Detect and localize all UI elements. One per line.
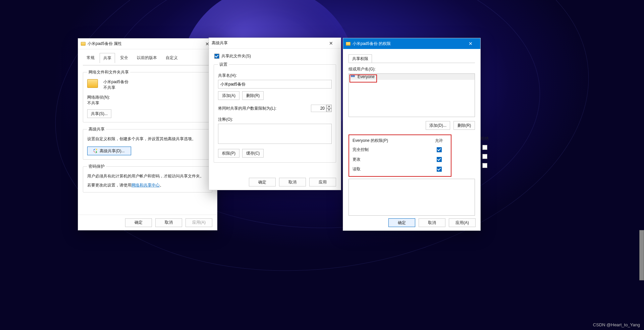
- ok-button[interactable]: 确定: [249, 178, 276, 186]
- tab-general[interactable]: 常规: [83, 53, 98, 63]
- permissions-dialog: 小米pad5备份 的权限 ✕ 共享权限 组或用户名(G): Everyone 添…: [343, 38, 481, 231]
- users-icon: [350, 75, 356, 79]
- folder-icon: [81, 42, 86, 46]
- tab-security[interactable]: 安全: [116, 53, 132, 63]
- allow-full-control-checkbox[interactable]: [437, 147, 442, 152]
- ok-button[interactable]: 确定: [125, 218, 152, 227]
- sharename-input[interactable]: [218, 80, 332, 89]
- comment-textarea[interactable]: [218, 124, 332, 144]
- sharename-label: 共享名(H):: [218, 73, 332, 78]
- user-item-label: Everyone: [358, 74, 375, 79]
- tab-customize[interactable]: 自定义: [162, 53, 181, 63]
- share-folder-checkbox[interactable]: [214, 54, 219, 59]
- spinner-down-icon[interactable]: ▼: [326, 108, 332, 112]
- netpath-value: 不共享: [87, 100, 208, 106]
- folder-icon: [346, 42, 351, 46]
- deny-change-checkbox[interactable]: [482, 154, 487, 159]
- folder-large-icon: [87, 79, 98, 88]
- advanced-share-group: 高级共享 设置自定义权限，创建多个共享，并设置其他高级共享选项。 高级共享(D)…: [83, 126, 212, 160]
- apply-button[interactable]: 应用(A): [185, 218, 212, 227]
- user-limit-input[interactable]: [311, 105, 326, 112]
- user-limit-label: 将同时共享的用户数量限制为(L):: [218, 106, 276, 111]
- password-line1: 用户必须具有此计算机的用户帐户和密码，才能访问共享文件夹。: [87, 173, 208, 179]
- close-icon[interactable]: ✕: [324, 38, 338, 48]
- network-share-legend: 网络文件和文件夹共享: [87, 69, 130, 75]
- settings-legend: 设置: [218, 62, 229, 67]
- user-limit-spinner[interactable]: ▲ ▼: [311, 105, 332, 112]
- permissions-tab[interactable]: 共享权限: [348, 54, 372, 63]
- apply-button[interactable]: 应用(A): [449, 218, 476, 227]
- advanced-share-button-label: 高级共享(D)...: [100, 148, 125, 154]
- column-deny: 拒绝: [476, 136, 493, 142]
- advanced-sharing-dialog: 高级共享 ✕ 共享此文件夹(S) 设置 共享名(H): 添加(A) 删除(R) …: [209, 38, 341, 190]
- remove-user-button[interactable]: 删除(R): [453, 121, 475, 130]
- properties-titlebar[interactable]: 小米pad5备份 属性 ✕: [78, 39, 217, 49]
- close-icon[interactable]: ✕: [464, 39, 478, 49]
- perm-row-read: 读取: [351, 164, 449, 174]
- allow-highlight-annotation: Everyone 的权限(P) 允许 完全控制 更改 读取: [348, 134, 451, 177]
- allow-change-checkbox[interactable]: [437, 157, 442, 162]
- deny-full-control-checkbox[interactable]: [482, 145, 487, 150]
- shield-icon: [94, 149, 98, 153]
- share-folder-label: 共享此文件夹(S): [221, 53, 251, 59]
- cancel-button[interactable]: 取消: [419, 218, 445, 227]
- caching-button[interactable]: 缓存(C): [242, 149, 264, 158]
- perm-name: 更改: [353, 157, 414, 162]
- permissions-title: 小米pad5备份 的权限: [353, 41, 391, 47]
- deny-column: 拒绝: [458, 134, 475, 177]
- password-line2-pre: 若要更改此设置，请使用: [87, 183, 131, 187]
- column-allow: 允许: [431, 138, 447, 144]
- shared-folder-name: 小米pad5备份: [103, 79, 128, 85]
- permissions-empty-area: [348, 179, 475, 216]
- password-protect-legend: 密码保护: [87, 164, 106, 169]
- allow-read-checkbox[interactable]: [437, 167, 442, 172]
- advanced-share-legend: 高级共享: [87, 126, 106, 132]
- perm-row-full-control: 完全控制: [351, 145, 449, 155]
- ok-button[interactable]: 确定: [388, 218, 415, 227]
- settings-group: 设置 共享名(H): 添加(A) 删除(R) 将同时共享的用户数量限制为(L):…: [214, 62, 336, 163]
- share-button[interactable]: 共享(S)...: [87, 109, 111, 118]
- properties-title: 小米pad5备份 属性: [88, 41, 122, 47]
- advanced-sharing-titlebar[interactable]: 高级共享 ✕: [209, 38, 341, 49]
- page-scrollbar[interactable]: [639, 230, 644, 280]
- comment-label: 注释(O):: [218, 117, 332, 122]
- perm-row-change: 更改: [351, 155, 449, 164]
- permissions-for-label: Everyone 的权限(P): [353, 138, 414, 144]
- properties-dialog: 小米pad5备份 属性 ✕ 常规 共享 安全 以前的版本 自定义 网络文件和文件…: [78, 38, 217, 230]
- network-share-group: 网络文件和文件夹共享 小米pad5备份 不共享 网络路径(N): 不共享 共享(…: [83, 69, 212, 122]
- advanced-share-desc: 设置自定义权限，创建多个共享，并设置其他高级共享选项。: [87, 136, 208, 142]
- user-item-everyone[interactable]: Everyone: [349, 74, 475, 80]
- advanced-sharing-title: 高级共享: [212, 40, 228, 46]
- add-share-button[interactable]: 添加(A): [218, 91, 239, 100]
- remove-share-button[interactable]: 删除(R): [242, 91, 264, 100]
- advanced-share-button[interactable]: 高级共享(D)...: [87, 147, 131, 155]
- share-state: 不共享: [103, 85, 128, 91]
- share-folder-checkbox-row[interactable]: 共享此文件夹(S): [214, 53, 336, 59]
- netpath-label: 网络路径(N):: [87, 95, 208, 100]
- watermark: CSDN @Heart_to_Yang: [593, 322, 640, 327]
- password-line2: 若要更改此设置，请使用网络和共享中心。: [87, 182, 208, 188]
- cancel-button[interactable]: 取消: [155, 218, 182, 227]
- group-users-label: 组或用户名(G):: [348, 66, 475, 72]
- permissions-button[interactable]: 权限(P): [218, 149, 239, 158]
- password-line2-post: 。: [160, 183, 164, 187]
- password-protect-group: 密码保护 用户必须具有此计算机的用户帐户和密码，才能访问共享文件夹。 若要更改此…: [83, 164, 212, 192]
- add-user-button[interactable]: 添加(D)...: [426, 121, 450, 130]
- cancel-button[interactable]: 取消: [279, 178, 306, 186]
- tab-previous-versions[interactable]: 以前的版本: [133, 53, 161, 63]
- users-listbox[interactable]: Everyone: [348, 73, 475, 117]
- deny-read-checkbox[interactable]: [482, 163, 487, 168]
- permissions-titlebar[interactable]: 小米pad5备份 的权限 ✕: [343, 38, 480, 49]
- network-sharing-center-link[interactable]: 网络和共享中心: [131, 183, 160, 187]
- spinner-up-icon[interactable]: ▲: [326, 105, 332, 108]
- properties-tabs: 常规 共享 安全 以前的版本 自定义: [83, 53, 212, 63]
- perm-name: 完全控制: [353, 147, 414, 153]
- tab-sharing[interactable]: 共享: [100, 53, 115, 63]
- perm-name: 读取: [353, 166, 414, 172]
- apply-button[interactable]: 应用: [309, 178, 336, 186]
